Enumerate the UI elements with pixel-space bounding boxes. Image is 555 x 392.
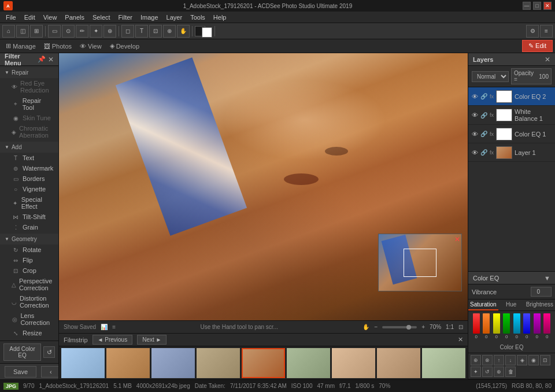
filmstrip-thumb-9[interactable] (422, 348, 465, 378)
filter-item-text[interactable]: T Text (0, 153, 58, 163)
filter-panel-close[interactable]: ✕ (48, 56, 54, 64)
toolbar-settings-btn[interactable]: ⚙ (526, 25, 539, 38)
maximize-button[interactable]: □ (533, 2, 541, 10)
toolbar-select-btn[interactable]: ▭ (48, 25, 61, 38)
filmstrip-thumb-7[interactable] (332, 348, 375, 378)
toolbar-crop-btn[interactable]: ⊡ (149, 25, 162, 38)
close-button[interactable]: ✕ (543, 2, 552, 10)
panel-tool-10[interactable]: ⊕ (494, 367, 504, 377)
menu-panels[interactable]: Panels (61, 13, 88, 22)
reset-button[interactable]: ↺ (43, 346, 55, 358)
bar-cyan[interactable] (513, 313, 520, 334)
filmstrip-thumb-3[interactable] (151, 348, 195, 378)
panel-tool-5[interactable]: ◈ (517, 355, 527, 365)
canvas-main[interactable]: ✕ (59, 53, 468, 320)
hue-tab[interactable]: Hue (498, 299, 524, 310)
bar-purple[interactable] (534, 313, 541, 334)
layer-visibility-3[interactable]: 👁 (472, 131, 478, 138)
filter-item-vignette[interactable]: ○ Vignette (0, 184, 58, 194)
layer-visibility-4[interactable]: 👁 (472, 149, 478, 156)
filter-section-repair[interactable]: ▼ Repair (0, 67, 58, 78)
filter-item-chromatic[interactable]: ◈ Chromatic Aberration (0, 123, 58, 140)
filmstrip-thumb-4[interactable] (197, 348, 240, 378)
filter-item-skin-tune[interactable]: ◉ Skin Tune (0, 113, 58, 123)
filter-item-distortion-correction[interactable]: ◡ Distortion Correction (0, 293, 58, 310)
bar-yellow[interactable] (493, 313, 500, 334)
menu-select[interactable]: Select (89, 13, 114, 22)
filter-panel-pin[interactable]: 📌 (38, 56, 46, 64)
panel-tool-4[interactable]: ↓ (505, 355, 516, 365)
menu-image[interactable]: Image (137, 13, 162, 22)
filmstrip-thumb-8[interactable] (377, 348, 420, 378)
filter-item-resize[interactable]: ⤡ Resize (0, 328, 58, 338)
zoom-minus[interactable]: − (374, 324, 378, 330)
filter-item-watermark[interactable]: ⊚ Watermark (0, 163, 58, 173)
menu-edit[interactable]: Edit (21, 13, 39, 22)
layer-item-layer-1[interactable]: 👁 🔗 fx Layer 1 (468, 143, 555, 162)
filter-item-lens-correction[interactable]: ◎ Lens Correction (0, 310, 58, 328)
menu-file[interactable]: File (2, 13, 20, 22)
manage-btn[interactable]: ⊞ Manage (2, 42, 39, 50)
saturation-tab[interactable]: Saturation (468, 299, 498, 310)
panel-tool-trash[interactable]: 🗑 (505, 367, 516, 377)
zoom-level[interactable]: 70% (430, 324, 441, 330)
bar-magenta[interactable] (543, 313, 550, 334)
photos-btn[interactable]: 🖼 Photos (40, 43, 75, 50)
menu-layer[interactable]: Layer (163, 13, 186, 22)
panel-tool-9[interactable]: ↺ (482, 367, 493, 377)
brightness-tab[interactable]: Brightness (524, 299, 555, 310)
menu-help[interactable]: Help (210, 13, 230, 22)
prev-button[interactable]: ◄ Previous (92, 335, 133, 345)
toolbar-gear-btn[interactable]: ≡ (540, 25, 553, 38)
filmstrip-close-button[interactable]: ✕ (458, 336, 463, 343)
color-eq-expand[interactable]: ▼ (544, 275, 550, 282)
toolbar-eraser-btn[interactable]: ◻ (121, 25, 134, 38)
toolbar-heal-btn[interactable]: ✦ (90, 25, 102, 38)
add-color-eq-button[interactable]: Add Color EQ (3, 343, 41, 361)
layer-visibility-2[interactable]: 👁 (472, 112, 478, 119)
view-btn[interactable]: 👁 View (76, 43, 105, 50)
show-saved-label[interactable]: Show Saved (64, 324, 96, 330)
filter-item-borders[interactable]: ▭ Borders (0, 173, 58, 184)
develop-btn[interactable]: ◈ Develop (106, 42, 143, 50)
layer-visibility-1[interactable]: 👁 (472, 93, 478, 100)
bar-green[interactable] (503, 313, 510, 334)
ratio-label[interactable]: 1:1 (446, 324, 454, 330)
bar-blue[interactable] (523, 313, 530, 334)
filmstrip-thumb-1[interactable] (61, 348, 105, 378)
fit-icon[interactable]: ⊡ (458, 324, 463, 330)
filter-item-repair-tool[interactable]: ⌖ Repair Tool (0, 95, 58, 113)
filter-section-add[interactable]: ▼ Add (0, 142, 58, 153)
bar-red[interactable] (473, 313, 480, 334)
opacity-control[interactable]: Opacity = 100 (511, 68, 552, 84)
filter-item-tilt-shift[interactable]: ⋈ Tilt-Shift (0, 212, 58, 222)
layer-item-white-balance[interactable]: 👁 🔗 fx White Balance 1 (468, 106, 555, 125)
filter-item-grain[interactable]: ⁚ Grain (0, 222, 58, 232)
toolbar-btn-3[interactable]: ⊞ (30, 25, 43, 38)
menu-view[interactable]: View (40, 13, 61, 22)
toolbar-color-bg[interactable] (202, 27, 212, 38)
toolbar-clone-btn[interactable]: ⊛ (103, 25, 116, 38)
filter-item-rotate[interactable]: ↻ Rotate (0, 245, 58, 255)
layer-item-color-eq-2[interactable]: 👁 🔗 fx Color EQ 2 (468, 87, 555, 106)
panel-tool-7[interactable]: ⊡ (540, 355, 550, 365)
filter-item-special-effect[interactable]: ✦ Special Effect (0, 194, 58, 212)
toolbar-zoom-btn[interactable]: ⊕ (163, 25, 176, 38)
filter-item-crop[interactable]: ⊡ Crop (0, 265, 58, 276)
filmstrip-thumb-2[interactable] (106, 348, 150, 378)
filter-item-red-eye[interactable]: 👁 Red Eye Reduction (0, 78, 58, 95)
filmstrip-thumb-6[interactable] (287, 348, 330, 378)
next-button[interactable]: Next ► (137, 335, 166, 345)
panel-tool-1[interactable]: ⊕ (471, 355, 481, 365)
toolbar-btn-1[interactable]: ⌂ (2, 25, 15, 38)
toolbar-btn-2[interactable]: ◫ (16, 25, 29, 38)
vibrance-input[interactable] (531, 287, 552, 297)
minimize-button[interactable]: — (523, 2, 531, 10)
layers-close-button[interactable]: ✕ (545, 56, 550, 64)
toolbar-lasso-btn[interactable]: ⊙ (62, 25, 75, 38)
panel-tool-2[interactable]: ⊗ (482, 355, 493, 365)
toolbar-brush-btn[interactable]: ✏ (76, 25, 88, 38)
filmstrip-thumb-5[interactable] (242, 348, 285, 378)
edit-tab[interactable]: ✎ Edit (522, 40, 553, 52)
menu-tools[interactable]: Tools (187, 13, 209, 22)
